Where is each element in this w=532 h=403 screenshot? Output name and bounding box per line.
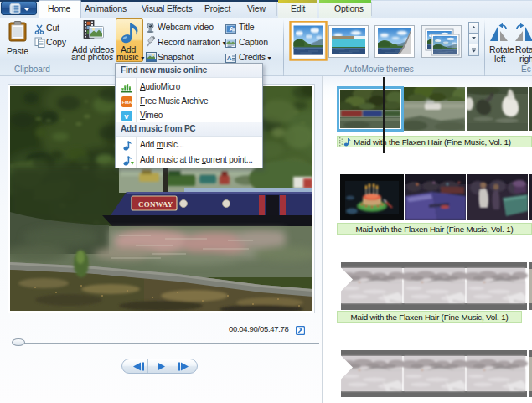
svg-text:CONWAY: CONWAY xyxy=(138,200,173,209)
svg-text:v: v xyxy=(124,111,129,121)
svg-text:FMA: FMA xyxy=(122,100,132,105)
svg-text:A: A xyxy=(227,54,232,62)
